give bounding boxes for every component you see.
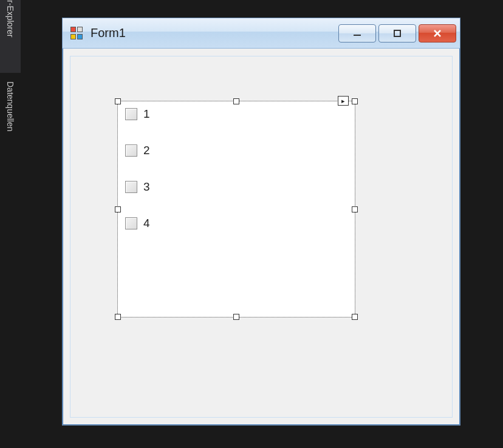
- checkbox-box-icon[interactable]: [125, 217, 137, 229]
- resize-handle-nw[interactable]: [115, 98, 121, 104]
- form-icon: [70, 26, 84, 41]
- checkbox-item[interactable]: 4: [120, 213, 352, 234]
- resize-handle-s[interactable]: [233, 314, 239, 320]
- checkbox-label: 3: [143, 180, 150, 194]
- resize-handle-se[interactable]: [352, 314, 358, 320]
- checkbox-item[interactable]: 1: [120, 104, 352, 124]
- resize-handle-w[interactable]: [115, 206, 121, 212]
- resize-handle-ne[interactable]: [352, 98, 358, 104]
- checkbox-label: 2: [143, 144, 150, 157]
- checkbox-box-icon[interactable]: [125, 108, 137, 120]
- close-button[interactable]: [419, 24, 456, 42]
- window-title: Form1: [91, 26, 338, 40]
- resize-handle-n[interactable]: [233, 98, 239, 104]
- play-icon: ▸: [341, 97, 345, 105]
- smart-tag-glyph[interactable]: ▸: [338, 96, 349, 106]
- svg-rect-1: [394, 30, 400, 36]
- titlebar[interactable]: Form1: [63, 18, 460, 49]
- checkbox-label: 4: [143, 217, 150, 230]
- form-client-area[interactable]: ▸ 1 2 3 4: [70, 56, 453, 418]
- resize-handle-e[interactable]: [352, 206, 358, 212]
- checkbox-item[interactable]: 2: [120, 140, 352, 161]
- sidebar-tab-explorer[interactable]: r-Explorer: [0, 0, 21, 73]
- flowlayoutpanel-control[interactable]: ▸ 1 2 3 4: [118, 101, 355, 317]
- form-designer-window: Form1: [62, 18, 460, 426]
- resize-handle-sw[interactable]: [115, 314, 121, 320]
- side-panel-tabs: r-Explorer Datenquellen: [0, 0, 21, 180]
- checkbox-item[interactable]: 3: [120, 177, 352, 197]
- maximize-button[interactable]: [378, 24, 416, 42]
- checkbox-box-icon[interactable]: [125, 181, 137, 193]
- checkbox-label: 1: [143, 107, 150, 121]
- sidebar-tab-datasources[interactable]: Datenquellen: [0, 76, 21, 180]
- minimize-button[interactable]: [338, 24, 376, 42]
- checkbox-box-icon[interactable]: [125, 144, 137, 157]
- caption-buttons: [338, 24, 456, 42]
